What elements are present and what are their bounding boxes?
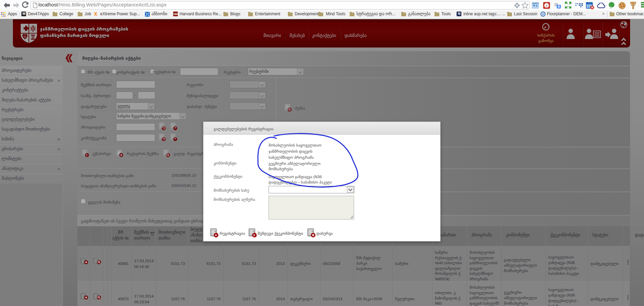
svg-text:A: A xyxy=(557,5,560,8)
